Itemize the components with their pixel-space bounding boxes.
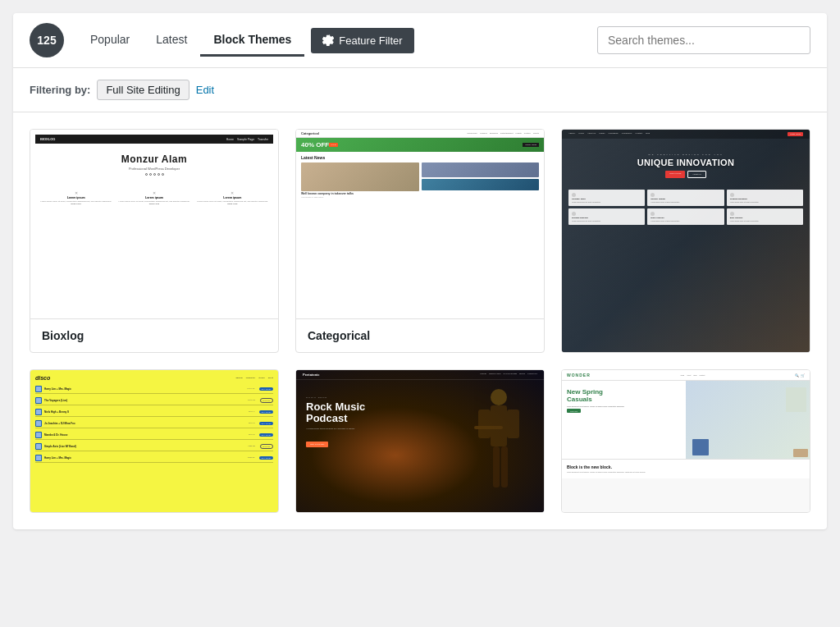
theme-name-yith-wonder: YITH Wonder [562, 512, 810, 513]
theme-card-pentatonic[interactable]: Pentatonic HOME TEMPLATES STYLE GUIDE BL… [295, 369, 545, 513]
bioxlog-header: BIOXLOG Home Sample Page Transfer [35, 135, 273, 144]
theme-preview-yith: WONDER Shop About Blog Contact 🔍 🛒 New S… [562, 370, 810, 512]
theme-preview-agency: Agency Home About Us Pages Changelog Typ… [562, 130, 810, 352]
themes-grid: BIOXLOG Home Sample Page Transfer Monzur… [13, 112, 827, 529]
gear-icon [322, 34, 334, 46]
theme-name-pentatonic: Pentatonic [296, 512, 544, 513]
theme-card-categorical[interactable]: Categorical Technology Science Business … [295, 129, 545, 353]
list-item: Harry Lim + Mrs. Magic MAY 14 BUY TICKET [35, 384, 273, 394]
theme-card-disco[interactable]: disco agenda residents+ stories about Ha… [30, 369, 279, 513]
list-item: The Voyagers (Live) MAY 13 WAITLIST [35, 396, 273, 405]
theme-preview-disco: disco agenda residents+ stories about Ha… [30, 370, 278, 512]
theme-name-disco: Disco [30, 512, 278, 513]
theme-name-bioxlog: Bioxlog [30, 318, 278, 352]
theme-preview-bioxlog: BIOXLOG Home Sample Page Transfer Monzur… [30, 130, 278, 318]
list-item: Mambo & Dr. House MAY 5 BUY TICKET [35, 430, 273, 440]
theme-preview-categorical: Categorical Technology Science Business … [296, 130, 544, 318]
theme-card-bioxlog[interactable]: BIOXLOG Home Sample Page Transfer Monzur… [30, 129, 279, 353]
filter-bar: Filtering by: Full Site Editing Edit [13, 68, 827, 112]
list-item: Harry Lim + Mrs. Magic APR 22 BUY TICKET [35, 453, 273, 463]
disco-event-list: Harry Lim + Mrs. Magic MAY 14 BUY TICKET… [35, 384, 273, 463]
main-container: 125 Popular Latest Block Themes Feature … [13, 13, 827, 529]
theme-name-categorical: Categorical [296, 318, 544, 352]
tab-block-themes[interactable]: Block Themes [200, 25, 304, 57]
theme-card-yith-wonder[interactable]: WONDER Shop About Blog Contact 🔍 🛒 New S… [561, 369, 810, 513]
cart-icon: 🛒 [801, 373, 805, 378]
search-icon: 🔍 [795, 373, 799, 378]
theme-name-gutenify-agency: Gutenify Agency [562, 352, 810, 353]
list-item: Jo Joachim + DJ Mina Fox MAY 6 BUY TICKE… [35, 419, 273, 428]
nav-tabs: Popular Latest Block Themes Feature Filt… [77, 25, 597, 57]
theme-card-gutenify-agency[interactable]: Agency Home About Us Pages Changelog Typ… [561, 129, 810, 353]
top-bar: 125 Popular Latest Block Themes Feature … [13, 13, 827, 68]
theme-preview-pentatonic: Pentatonic HOME TEMPLATES STYLE GUIDE BL… [296, 370, 544, 512]
tab-latest[interactable]: Latest [143, 25, 200, 57]
list-item: Niels High + Benny S MAY 7 BUY TICKET [35, 407, 273, 417]
search-box [597, 26, 810, 54]
filtering-by-label: Filtering by: [30, 84, 90, 96]
theme-count-badge: 125 [30, 23, 64, 57]
search-input[interactable] [597, 26, 810, 54]
list-item: Simple Acts (Live W/ Band) APR 30 WAITLI… [35, 442, 273, 451]
edit-filter-link[interactable]: Edit [196, 84, 214, 96]
feature-filter-button[interactable]: Feature Filter [311, 28, 413, 53]
tab-popular[interactable]: Popular [77, 25, 143, 57]
filter-tag: Full Site Editing [97, 80, 189, 100]
